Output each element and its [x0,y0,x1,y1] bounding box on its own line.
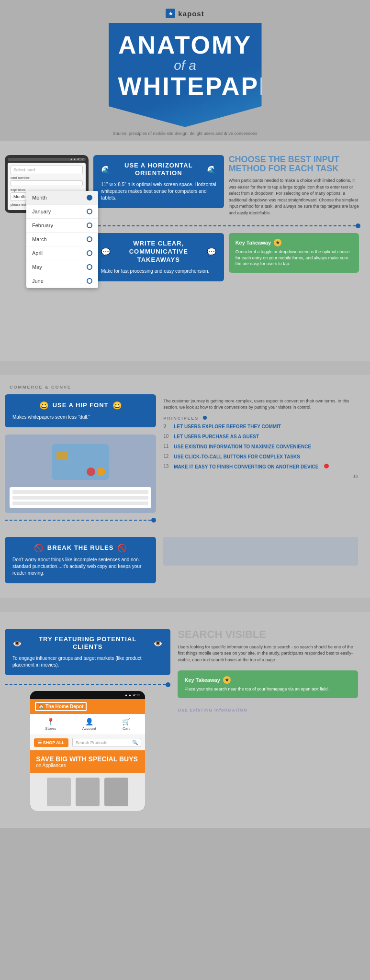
form-line-1 [12,490,148,494]
hd-shop-bar: ☰ SHOP ALL Search Products 🔍 [30,735,145,750]
hd-banner-sub: on Appliances [36,763,139,768]
kapost-logo: ★ kapost [166,9,204,18]
form-line-3 [12,501,148,505]
title-of-a: of a [118,57,252,74]
hip-font-title: USE A HIP FONT [53,401,109,410]
radio-february [87,223,92,228]
connector-dot-2 [151,518,156,523]
list-item: 11 USE EXISTING INFORMATION TO MAXIMIZE … [163,444,358,450]
page-number: 16 [163,474,358,479]
radio-april [87,250,92,256]
takeaway-star-icon-2: ★ [223,676,231,684]
mobile-device: ▲▲ 4:12 Select card card number: expirat… [0,155,89,213]
shop-all-button[interactable]: ☰ SHOP ALL [34,738,68,747]
hd-status-icons: ▲▲ 4:12 [124,693,141,697]
hd-status-bar: ▲▲ 4:12 [30,691,145,699]
key-takeaway-title-2: Key Takeaway ★ [184,676,351,684]
dropdown-item-february[interactable]: February [26,219,98,233]
try-featuring-callout: 👁️ TRY FEATURING POTENTIAL CLIENTS 👁️ To… [5,629,170,676]
section-commerce-label: COMMERCE & CONVE [0,385,370,390]
connector-dot [356,223,360,228]
communicative-takeaways-callout: 💬 WRITE CLEAR, COMMUNICATIVE TAKEAWAYS 💬… [93,233,224,281]
list-item: 12 USE CLICK-TO-CALL BUTTONS FOR COMPLEX… [163,454,358,460]
status-bar-icons: ▲▲ 4:12 [70,157,84,161]
credit-card-visual [52,444,109,480]
principles-right: The customer journey is getting more com… [163,394,358,479]
stores-icon: 📍 [46,718,55,725]
search-visible-right: SEARCH VISIBLE Users looking for specifi… [178,629,358,713]
card-circle-red [87,468,95,476]
key-takeaway-title-1: Key Takeaway ★ [235,239,353,246]
key-takeaway-body-2: Place your site search near the top of y… [184,686,351,692]
dropdown-label-february: February [32,223,53,228]
radio-june [87,278,92,284]
connector-line-2 [5,520,151,521]
logo-icon: ★ [166,9,175,18]
appliance-img-3 [104,778,128,806]
hip-font-callout: 😀 USE A HIP FONT 😀 Makes whitepapers see… [5,394,156,427]
takeaway-icon-right: 💬 [207,247,216,256]
cart-label: Cart [123,726,130,731]
orientation-icon-right: 🌊 [207,165,216,174]
select-card-field[interactable]: Select card [11,166,83,174]
try-featuring-body: To engage influencer groups and target m… [12,655,163,668]
hip-font-icon-right: 😀 [112,401,122,410]
card-number-field[interactable] [11,180,83,186]
principles-list: 9 LET USERS EXPLORE BEFORE THEY COMMIT 1… [163,423,358,470]
hd-nav-cart[interactable]: 🛒 Cart [122,718,130,731]
list-item: 10 LET USERS PURCHASE AS A GUEST [163,434,358,440]
dropdown-item-june[interactable]: June [26,274,98,288]
dropdown-item-april[interactable]: April [26,246,98,260]
title-whitepaper: WHITEPAPER [118,74,252,99]
radio-month [87,195,92,200]
appliance-img-1 [47,778,71,806]
dropdown-item-january[interactable]: January [26,205,98,219]
hd-search-bar[interactable]: Search Products 🔍 [72,738,141,747]
form-visual [10,487,151,508]
try-featuring-icon-left: 👁️ [12,639,22,648]
hd-nav-account[interactable]: 👤 Account [82,718,96,731]
choose-input-section: CHOOSE THE BEST INPUT METHOD FOR EACH TA… [229,155,359,217]
card-number-label: card number: [11,176,83,179]
card-circle-orange [97,468,105,476]
search-icon: 🔍 [132,740,138,745]
title-background: ANATOMY of a WHITEPAPER [109,23,262,127]
section-gap-1 [0,361,370,375]
stores-label: Stores [45,726,56,731]
title-anatomy: ANATOMY [118,33,252,57]
hip-font-body: Makes whitepapers seem less "dull." [12,414,148,421]
section-horizontal-orientation: ▲▲ 4:12 Select card card number: expirat… [0,141,370,361]
radio-january [87,209,92,214]
section-try-featuring: 👁️ TRY FEATURING POTENTIAL CLIENTS 👁️ To… [0,612,370,828]
hip-font-icon-left: 😀 [39,401,49,410]
hd-banner-title: SAVE BIG WITH SPECIAL BUYS [36,755,139,763]
connector-line-3 [5,684,166,685]
try-featuring-title: TRY FEATURING POTENTIAL CLIENTS [26,635,149,652]
card-logo [87,468,105,476]
dropdown-label-april: April [32,250,43,256]
dropdown-item-march[interactable]: March [26,233,98,246]
card-visual-area [5,434,156,513]
connector-line [98,225,356,226]
form-line-2 [12,496,148,500]
key-takeaway-1: Key Takeaway ★ Consider if a toggle or d… [229,233,359,273]
dropdown-label-june: June [32,278,44,284]
dropdown-label-march: March [32,236,47,242]
orientation-icon-left: 🌊 [101,165,111,174]
source-text: Source: principles of mobile site design… [112,131,257,136]
dropdown-item-may[interactable]: May [26,260,98,274]
takeaway-star-icon: ★ [274,239,281,246]
dropdown-item-month[interactable]: Month [26,191,98,205]
dropdown-menu[interactable]: Month January February March April [26,191,98,288]
key-takeaway-body-1: Consider if a toggle or dropdown menu is… [235,249,353,267]
communicative-takeaways-title: WRITE CLEAR, COMMUNICATIVE TAKEAWAYS [114,240,203,264]
title-container: ANATOMY of a WHITEPAPER [109,23,262,127]
hd-nav-stores[interactable]: 📍 Stores [45,718,56,731]
dropdown-label-month: Month [32,195,47,200]
section-commerce: COMMERCE & CONVE 😀 USE A HIP FONT 😀 Make… [0,375,370,598]
appliance-images [30,773,145,811]
hip-font-left: 😀 USE A HIP FONT 😀 Makes whitepapers see… [5,394,156,527]
break-rules-callout: 🚫 BREAK THE RULES 🚫 Don't worry about th… [5,537,156,583]
choose-input-body: When participants needed to make a choic… [229,178,359,216]
break-rules-title: BREAK THE RULES [47,544,114,552]
